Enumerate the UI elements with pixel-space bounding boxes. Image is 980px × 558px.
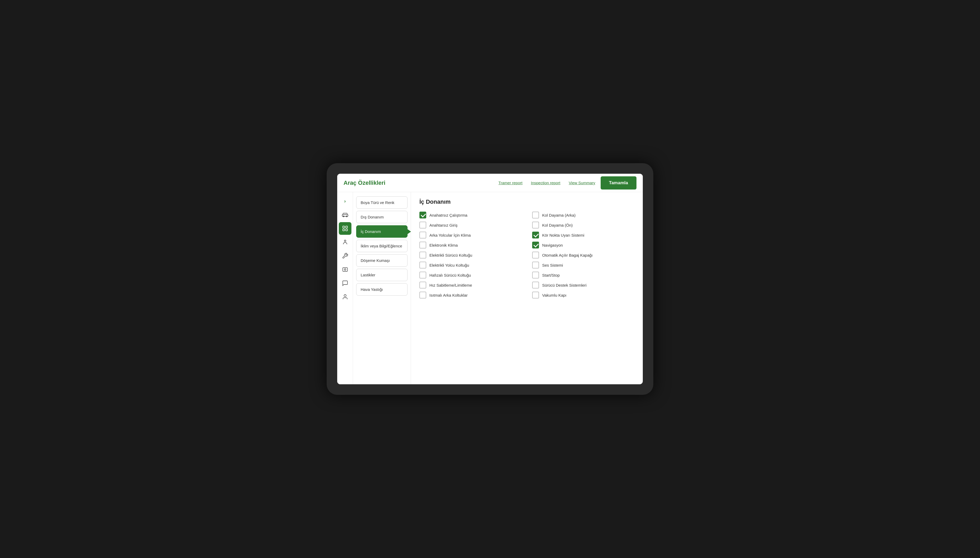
checkbox-vakumlu-kapi[interactable]: Vakumlu Kapı [532, 292, 634, 299]
checkbox-navigasyon[interactable]: Navigasyon [532, 241, 634, 248]
checkbox-elektronik-klima-box[interactable] [419, 241, 426, 248]
svg-rect-8 [343, 268, 348, 271]
nav-item-iklim[interactable]: İklim veya Bilgi/Eğlence [356, 240, 408, 252]
svg-point-10 [344, 295, 346, 297]
person-car-icon[interactable] [339, 236, 351, 248]
nav-item-boya[interactable]: Boya Türü ve Renk [356, 196, 408, 209]
wrench-icon[interactable] [339, 249, 351, 262]
view-summary-link[interactable]: View Summary [569, 181, 595, 185]
checkbox-vakumlu-kapi-box[interactable] [532, 292, 539, 299]
nav-item-doseme[interactable]: Döşeme Kumaşı [356, 254, 408, 267]
checkbox-hafizali-box[interactable] [419, 272, 426, 279]
page-title: Araç Özellikleri [344, 179, 498, 186]
left-nav: Boya Türü ve Renk Dış Donanım İç Donanım… [353, 192, 411, 384]
checkbox-otomatik-acilir[interactable]: Otomatik Açılır Bagaj Kapağı [532, 252, 634, 258]
checkboxes-grid: Anahatrsız Çalıştırma Kol Dayama (Arka) … [419, 212, 634, 299]
svg-rect-6 [346, 229, 348, 231]
checkbox-anahatrsiz-calistirma[interactable]: Anahatrsız Çalıştırma [419, 212, 522, 218]
checkbox-start-stop-box[interactable] [532, 272, 539, 279]
checkbox-anahtarsiz-giris[interactable]: Anahtarsız Giriş [419, 222, 522, 228]
svg-rect-5 [343, 229, 344, 231]
checkbox-kol-dayama-on[interactable]: Kol Dayama (Ön) [532, 222, 634, 228]
checkbox-kor-nokta[interactable]: Kör Nokta Uyarı Sistemi [532, 231, 634, 238]
checkbox-start-stop[interactable]: Start/Stop [532, 272, 634, 279]
svg-rect-3 [343, 226, 344, 228]
nav-item-hava[interactable]: Hava Yastığı [356, 283, 408, 295]
checkbox-navigasyon-box[interactable] [532, 241, 539, 248]
car-icon[interactable] [339, 208, 351, 221]
main-content: İç Donanım Anahatrsız Çalıştırma Kol Day… [411, 192, 643, 384]
checkbox-ses-sistemi-box[interactable] [532, 262, 539, 269]
sidebar-expand-icon[interactable]: › [339, 195, 351, 207]
nav-item-dis[interactable]: Dış Donanım [356, 211, 408, 223]
nav-item-lastikler[interactable]: Lastikler [356, 269, 408, 281]
svg-point-9 [344, 269, 346, 270]
sidebar-icons: › [337, 192, 353, 384]
checkbox-elektrikli-surucu[interactable]: Elektrikli Sürücü Koltuğu [419, 252, 522, 258]
body: › [337, 192, 643, 384]
checkbox-elektronik-klima[interactable]: Elektronik Klima [419, 241, 522, 248]
section-title: İç Donanım [419, 199, 634, 205]
features-icon[interactable] [339, 222, 351, 235]
checkbox-ses-sistemi[interactable]: Ses Sistemi [532, 262, 634, 269]
nav-item-ic[interactable]: İç Donanım [356, 225, 408, 238]
header-links: Tramer report Inspection report View Sum… [498, 181, 595, 185]
tamamla-button[interactable]: Tamamla [601, 176, 636, 189]
checkbox-otomatik-acilir-box[interactable] [532, 252, 539, 258]
checkbox-kor-nokta-box[interactable] [532, 231, 539, 238]
checkbox-isitmali-arka-box[interactable] [419, 292, 426, 299]
checkbox-anahtarsiz-giris-box[interactable] [419, 222, 426, 228]
tramer-report-link[interactable]: Tramer report [498, 181, 522, 185]
header: Araç Özellikleri Tramer report Inspectio… [337, 174, 643, 192]
inspection-report-link[interactable]: Inspection report [531, 181, 560, 185]
checkbox-hafizali[interactable]: Hafızalı Sürücü Koltuğu [419, 272, 522, 279]
checkbox-elektrikli-surucu-box[interactable] [419, 252, 426, 258]
chat-icon[interactable] [339, 277, 351, 289]
checkbox-hiz-sabitleme-box[interactable] [419, 282, 426, 289]
svg-point-7 [344, 240, 346, 241]
checkbox-hiz-sabitleme[interactable]: Hız Sabitleme/Limitleme [419, 282, 522, 289]
checkbox-surucu-destek[interactable]: Sürücü Destek Sistemleri [532, 282, 634, 289]
checkbox-kol-dayama-on-box[interactable] [532, 222, 539, 228]
checkbox-kol-dayama-arka-box[interactable] [532, 212, 539, 218]
screen: Araç Özellikleri Tramer report Inspectio… [337, 174, 643, 384]
user-icon[interactable] [339, 290, 351, 303]
checkbox-isitmali-arka[interactable]: Isıtmalı Arka Koltuklar [419, 292, 522, 299]
checkbox-kol-dayama-arka[interactable]: Kol Dayama (Arka) [532, 212, 634, 218]
checkbox-elektrikli-yolcu[interactable]: Elektrikli Yolcu Koltuğu [419, 262, 522, 269]
photo-icon[interactable] [339, 263, 351, 276]
tablet-frame: Araç Özellikleri Tramer report Inspectio… [327, 163, 653, 395]
checkbox-anahatrsiz-calistirma-box[interactable] [419, 212, 426, 218]
checkbox-arka-klima[interactable]: Arka Yolcular İçin Klima [419, 231, 522, 238]
checkbox-elektrikli-yolcu-box[interactable] [419, 262, 426, 269]
checkbox-arka-klima-box[interactable] [419, 231, 426, 238]
svg-rect-4 [346, 226, 348, 228]
checkbox-surucu-destek-box[interactable] [532, 282, 539, 289]
